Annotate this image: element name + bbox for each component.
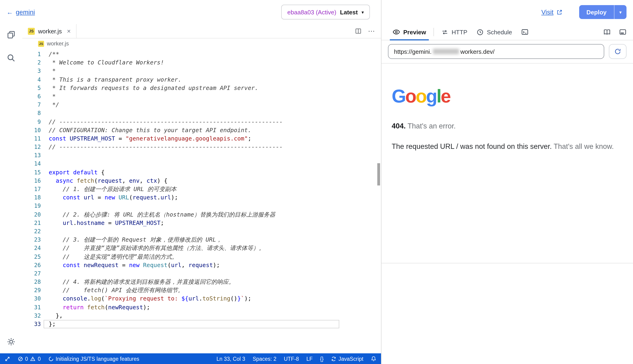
code-line[interactable]: 3 * bbox=[22, 67, 381, 75]
code-line[interactable]: 22 bbox=[22, 227, 381, 236]
visit-link[interactable]: Visit bbox=[541, 8, 562, 16]
terminal-tab-button[interactable] bbox=[517, 24, 533, 40]
code-editor[interactable]: 1/**2 * Welcome to Cloudflare Workers!3 … bbox=[22, 49, 381, 353]
code-text: /** bbox=[49, 50, 59, 58]
code-line[interactable]: 5 * It forwards requests to a designated… bbox=[22, 84, 381, 92]
more-actions-icon[interactable]: ⋯ bbox=[368, 27, 376, 35]
tab-schedule[interactable]: Schedule bbox=[472, 24, 516, 40]
line-number: 13 bbox=[22, 152, 41, 160]
code-line[interactable]: 6 * bbox=[22, 92, 381, 100]
code-line[interactable]: 18 const url = new URL(request.url); bbox=[22, 193, 381, 202]
back-link[interactable]: ← gemini bbox=[7, 8, 35, 16]
code-line[interactable]: 10// CONFIGURATION: Change this to your … bbox=[22, 126, 381, 134]
code-line[interactable]: 11const UPSTREAM_HOST = "generativelangu… bbox=[22, 134, 381, 143]
code-text: // 3. 创建一个新的 Request 对象，使用修改后的 URL， bbox=[49, 236, 222, 244]
bell-icon[interactable] bbox=[371, 356, 376, 362]
code-line[interactable]: 13 bbox=[22, 152, 381, 160]
spinner-icon bbox=[48, 356, 54, 362]
tab-http[interactable]: HTTP bbox=[437, 24, 472, 40]
code-line[interactable]: 26 const newRequest = new Request(url, r… bbox=[22, 261, 381, 269]
left-header: ← gemini ebaa8a03 (Active) Latest ▾ bbox=[0, 0, 381, 24]
editor-body: JS worker.js × ⋯ JS bbox=[0, 24, 381, 353]
line-number: 32 bbox=[22, 312, 41, 320]
code-line[interactable]: 33}; bbox=[22, 320, 381, 328]
line-number: 12 bbox=[22, 143, 41, 151]
code-line[interactable]: 14 bbox=[22, 160, 381, 168]
search-icon[interactable] bbox=[6, 53, 16, 63]
tab-worker-js[interactable]: JS worker.js × bbox=[22, 24, 77, 38]
code-line[interactable]: 25 // 这是实现“透明代理”最简洁的方式。 bbox=[22, 252, 381, 261]
preview-pane: Visit Deploy ▾ Preview bbox=[382, 0, 633, 364]
refresh-button[interactable] bbox=[609, 44, 626, 59]
code-line[interactable]: 20 // 2. 核心步骤: 将 URL 的主机名（hostname）替换为我们… bbox=[22, 210, 381, 219]
docs-book-icon[interactable] bbox=[603, 28, 611, 36]
refresh-icon bbox=[614, 48, 621, 55]
code-line[interactable]: 12// -----------------------------------… bbox=[22, 143, 381, 151]
code-text: // -------------------------------------… bbox=[49, 143, 283, 151]
code-line[interactable]: 1/** bbox=[22, 50, 381, 58]
code-line[interactable]: 30 console.log(`Proxying request to: ${u… bbox=[22, 295, 381, 303]
activity-bar bbox=[0, 24, 22, 353]
breadcrumb-label: worker.js bbox=[47, 40, 69, 47]
preview-frame-divider bbox=[382, 263, 633, 264]
code-text: // 4. 将新构建的请求发送到目标服务器，并直接返回它的响应。 bbox=[49, 278, 235, 286]
code-line[interactable]: 7 */ bbox=[22, 100, 381, 109]
logo-letter: G bbox=[392, 86, 405, 106]
eol-indicator[interactable]: LF bbox=[306, 356, 312, 362]
tab-preview[interactable]: Preview bbox=[388, 24, 431, 40]
close-icon[interactable]: × bbox=[67, 27, 71, 35]
code-line[interactable]: 23 // 3. 创建一个新的 Request 对象，使用修改后的 URL， bbox=[22, 236, 381, 244]
code-line[interactable]: 4 * This is a transparent proxy worker. bbox=[22, 75, 381, 84]
devtools-icon[interactable] bbox=[619, 28, 626, 36]
editor-scrollbar[interactable] bbox=[377, 163, 380, 186]
deploy-caret-button[interactable]: ▾ bbox=[614, 5, 626, 19]
code-line[interactable]: 27 bbox=[22, 270, 381, 278]
back-arrow-icon: ← bbox=[7, 8, 13, 16]
version-tag: Latest bbox=[340, 8, 358, 16]
code-line[interactable]: 15export default { bbox=[22, 168, 381, 176]
code-line[interactable]: 17 // 1. 创建一个原始请求 URL 的可变副本 bbox=[22, 185, 381, 193]
deploy-button[interactable]: Deploy bbox=[579, 5, 614, 19]
language-label: JavaScript bbox=[339, 356, 363, 362]
code-line[interactable]: 24 // 并直接“克隆”原始请求的所有其他属性（方法、请求头、请求体等）。 bbox=[22, 244, 381, 252]
preview-url-input[interactable]: https://gemini. workers.dev/ bbox=[388, 44, 604, 59]
code-line[interactable]: 32 }, bbox=[22, 312, 381, 320]
eye-icon bbox=[393, 28, 400, 36]
files-icon[interactable] bbox=[6, 30, 16, 40]
code-line[interactable]: 29 // fetch() API 会处理所有网络细节。 bbox=[22, 286, 381, 295]
code-line[interactable]: 19 bbox=[22, 202, 381, 210]
version-dropdown[interactable]: ebaa8a03 (Active) Latest ▾ bbox=[281, 5, 370, 20]
code-line[interactable]: 21 url.hostname = UPSTREAM_HOST; bbox=[22, 219, 381, 227]
expand-icon[interactable] bbox=[5, 356, 10, 362]
line-number: 31 bbox=[22, 303, 41, 311]
line-number: 17 bbox=[22, 185, 41, 193]
code-text: url.hostname = UPSTREAM_HOST; bbox=[49, 219, 164, 227]
error-count: 0 bbox=[25, 356, 28, 362]
code-line[interactable]: 31 return fetch(newRequest); bbox=[22, 303, 381, 311]
indentation-indicator[interactable]: Spaces: 2 bbox=[253, 356, 276, 362]
language-mode[interactable]: JavaScript bbox=[331, 356, 363, 362]
line-number: 14 bbox=[22, 160, 41, 168]
problems-indicator[interactable]: 0 0 bbox=[18, 356, 41, 362]
encoding-indicator[interactable]: UTF-8 bbox=[284, 356, 299, 362]
logo-letter: o bbox=[416, 86, 426, 106]
breadcrumb[interactable]: JS worker.js bbox=[22, 38, 381, 49]
code-line[interactable]: 16 async fetch(request, env, ctx) { bbox=[22, 177, 381, 185]
code-line[interactable]: 28 // 4. 将新构建的请求发送到目标服务器，并直接返回它的响应。 bbox=[22, 278, 381, 286]
tab-http-label: HTTP bbox=[452, 28, 467, 36]
preview-tools bbox=[603, 24, 626, 40]
line-number: 15 bbox=[22, 168, 41, 176]
gear-icon[interactable] bbox=[6, 337, 16, 347]
code-text: const UPSTREAM_HOST = "generativelanguag… bbox=[49, 134, 251, 143]
cursor-position[interactable]: Ln 33, Col 3 bbox=[216, 356, 245, 362]
code-line[interactable]: 9// ------------------------------------… bbox=[22, 118, 381, 126]
code-text: */ bbox=[49, 100, 59, 109]
code-line[interactable]: 8 bbox=[22, 109, 381, 118]
terminal-icon bbox=[521, 28, 529, 36]
braces-indicator[interactable]: {} bbox=[320, 356, 324, 362]
split-editor-icon[interactable] bbox=[355, 28, 362, 34]
google-logo: Google bbox=[392, 87, 623, 105]
status-bar-right: Ln 33, Col 3 Spaces: 2 UTF-8 LF {} JavaS… bbox=[216, 356, 376, 362]
language-status[interactable]: Initializing JS/TS language features bbox=[48, 356, 139, 362]
code-line[interactable]: 2 * Welcome to Cloudflare Workers! bbox=[22, 58, 381, 67]
